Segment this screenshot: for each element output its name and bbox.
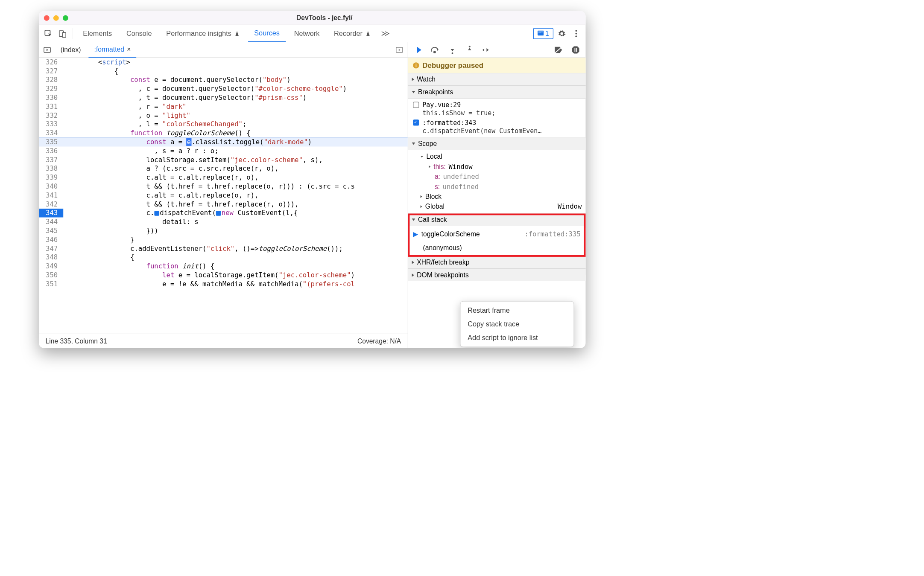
breakpoint-checkbox[interactable] [413, 119, 419, 125]
scope-var-a[interactable]: a: undefined [408, 172, 585, 181]
scope-var-s[interactable]: s: undefined [408, 182, 585, 192]
svg-point-12 [452, 52, 453, 54]
debug-controls [408, 42, 585, 58]
callstack-section-header[interactable]: Call stack [408, 213, 585, 226]
tab-network[interactable]: Network [288, 25, 325, 42]
main-tabbar: Elements Console Performance insights So… [39, 25, 586, 42]
status-bar: Line 335, Column 31 Coverage: N/A [39, 334, 408, 348]
svg-point-14 [482, 49, 484, 51]
step-out-icon[interactable] [465, 45, 474, 54]
dom-breakpoints-header[interactable]: DOM breakpoints [408, 269, 585, 282]
issues-badge[interactable]: 1 [533, 28, 553, 39]
breakpoint-checkbox[interactable] [413, 102, 419, 108]
svg-point-7 [575, 32, 577, 34]
svg-point-8 [575, 35, 577, 37]
close-window-icon[interactable] [44, 15, 50, 20]
current-frame-icon: ▶ [413, 230, 418, 238]
watch-section-header[interactable]: Watch [408, 73, 585, 86]
file-tabs: (index) :formatted× [39, 42, 408, 58]
callstack-frame[interactable]: (anonymous) [408, 241, 585, 254]
breakpoint-item[interactable]: Pay.vue:29 this.isShow = true; [408, 100, 585, 118]
menu-add-ignore-list[interactable]: Add script to ignore list [460, 331, 573, 344]
svg-point-6 [575, 30, 577, 32]
svg-rect-5 [538, 32, 541, 33]
resume-icon[interactable] [413, 45, 422, 54]
deactivate-breakpoints-icon[interactable] [554, 45, 563, 54]
devtools-window: DevTools - jec.fyi/ Elements Console Per… [39, 11, 586, 348]
coverage-status: Coverage: N/A [357, 337, 401, 345]
execution-line: 335 const a = e.classList.toggle("dark-m… [39, 137, 408, 146]
cursor-position: Line 335, Column 31 [46, 337, 107, 345]
svg-rect-4 [538, 32, 543, 32]
tab-sources[interactable]: Sources [248, 25, 286, 42]
svg-point-13 [469, 46, 471, 47]
step-over-icon[interactable] [431, 45, 440, 54]
breakpoint-item[interactable]: :formatted:343 c.dispatchEvent(new Custo… [408, 118, 585, 136]
inline-breakpoint-icon[interactable] [154, 211, 159, 216]
titlebar: DevTools - jec.fyi/ [39, 11, 586, 25]
debugger-paused-banner: i Debugger paused [408, 58, 585, 73]
run-snippet-icon[interactable] [394, 44, 405, 55]
svg-rect-2 [62, 32, 66, 37]
more-tabs-icon[interactable] [379, 27, 392, 40]
inline-breakpoint-icon[interactable] [216, 211, 221, 216]
callstack-frame[interactable]: ▶ toggleColorScheme :formatted:335 [408, 228, 585, 241]
svg-point-11 [434, 51, 436, 53]
step-icon[interactable] [482, 45, 491, 54]
scope-local[interactable]: Local [408, 152, 585, 162]
step-into-icon[interactable] [448, 45, 457, 54]
file-tab-index[interactable]: (index) [55, 42, 87, 58]
context-menu: Restart frame Copy stack trace Add scrip… [460, 301, 574, 347]
xhr-breakpoints-header[interactable]: XHR/fetch breakp [408, 256, 585, 269]
file-tab-formatted[interactable]: :formatted× [89, 42, 137, 58]
breakpoints-section-header[interactable]: Breakpoints [408, 86, 585, 99]
menu-copy-stack-trace[interactable]: Copy stack trace [460, 317, 573, 331]
info-icon: i [413, 62, 419, 68]
scope-section-header[interactable]: Scope [408, 137, 585, 150]
tab-recorder[interactable]: Recorder [328, 25, 377, 42]
scope-global[interactable]: GlobalWindow [408, 202, 585, 212]
tab-elements[interactable]: Elements [77, 25, 118, 42]
pause-on-exceptions-icon[interactable] [571, 45, 580, 54]
code-editor[interactable]: 326 <script> 327 { 328 const e = documen… [39, 58, 408, 334]
tab-console[interactable]: Console [120, 25, 158, 42]
inspect-icon[interactable] [42, 27, 55, 40]
maximize-window-icon[interactable] [63, 15, 68, 20]
scope-var-this[interactable]: this: Window [408, 162, 585, 172]
scope-block[interactable]: Block [408, 192, 585, 201]
tab-performance-insights[interactable]: Performance insights [160, 25, 246, 42]
menu-restart-frame[interactable]: Restart frame [460, 304, 573, 317]
device-toggle-icon[interactable] [57, 27, 69, 40]
close-tab-icon[interactable]: × [127, 46, 131, 53]
svg-rect-15 [575, 48, 576, 52]
kebab-menu-icon[interactable] [570, 27, 582, 40]
breakpoint-line[interactable]: 343 c.dispatchEvent(new CustomEvent(l,{ [39, 209, 408, 218]
svg-rect-16 [576, 48, 577, 52]
navigator-toggle-icon[interactable] [42, 44, 53, 55]
minimize-window-icon[interactable] [53, 15, 59, 20]
settings-icon[interactable] [556, 27, 568, 40]
window-title: DevTools - jec.fyi/ [68, 14, 581, 22]
